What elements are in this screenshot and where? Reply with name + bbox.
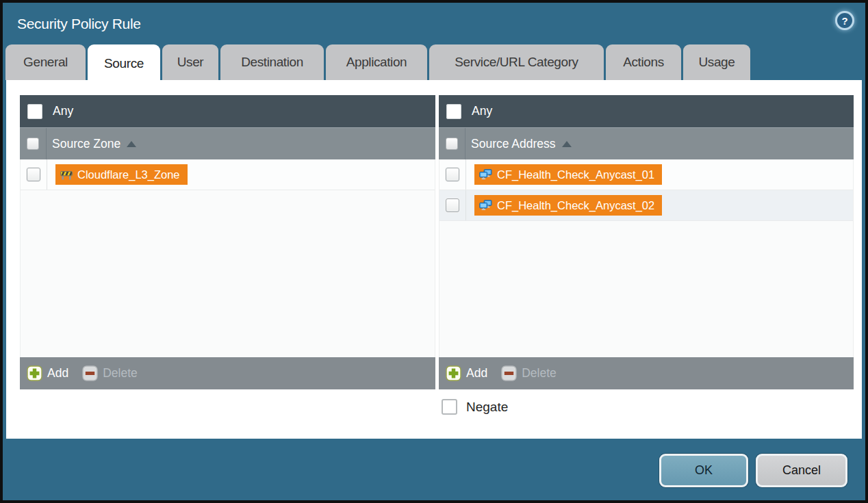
source-address-any-label: Any <box>472 104 492 118</box>
source-address-panel: Any Source Address <box>439 95 854 389</box>
address-hosts-icon <box>479 169 492 180</box>
dialog-title: Security Policy Rule <box>17 16 141 32</box>
source-address-entry-label: CF_Health_Check_Anycast_01 <box>497 168 654 181</box>
source-address-entry[interactable]: CF_Health_Check_Anycast_02 <box>474 195 662 216</box>
tab-actions[interactable]: Actions <box>606 44 681 80</box>
tab-user[interactable]: User <box>162 44 218 80</box>
minus-icon <box>82 365 98 381</box>
source-address-row-checkbox[interactable] <box>446 198 459 212</box>
title-bar: Security Policy Rule <box>3 3 865 44</box>
tab-strip: General Source User Destination Applicat… <box>5 44 750 80</box>
tab-usage[interactable]: Usage <box>683 44 750 80</box>
source-zone-any-checkbox[interactable] <box>27 104 42 119</box>
table-row: CF_Health_Check_Anycast_01 <box>439 159 853 190</box>
sort-ascending-icon <box>562 141 572 147</box>
negate-option: Negate <box>442 399 508 415</box>
ok-button[interactable]: OK <box>659 454 748 487</box>
address-hosts-icon <box>479 200 492 211</box>
table-row: Cloudflare_L3_Zone <box>21 159 435 190</box>
tab-destination[interactable]: Destination <box>220 44 324 80</box>
source-address-delete-button[interactable]: Delete <box>501 365 557 381</box>
cancel-button[interactable]: Cancel <box>756 454 847 487</box>
source-zone-any-label: Any <box>53 104 73 118</box>
add-button-label: Add <box>47 366 68 381</box>
source-address-any-checkbox[interactable] <box>446 104 461 119</box>
source-address-entry-label: CF_Health_Check_Anycast_02 <box>497 199 654 212</box>
source-zone-toolbar: Add Delete <box>20 357 435 389</box>
source-zone-select-all-checkbox[interactable] <box>27 138 39 150</box>
table-row: CF_Health_Check_Anycast_02 <box>439 190 853 221</box>
plus-icon <box>27 365 42 381</box>
source-zone-entry[interactable]: Cloudflare_L3_Zone <box>55 164 188 185</box>
add-button-label: Add <box>466 366 487 381</box>
source-address-select-all-checkbox[interactable] <box>446 138 458 150</box>
delete-button-label: Delete <box>103 366 138 381</box>
security-policy-rule-dialog: Security Policy Rule ? General Source Us… <box>3 3 865 500</box>
source-zone-header-label: Source Zone <box>52 137 120 151</box>
source-address-row-checkbox[interactable] <box>446 168 459 181</box>
tab-service-url-category[interactable]: Service/URL Category <box>429 44 604 80</box>
delete-button-label: Delete <box>522 366 557 381</box>
source-zone-row-checkbox[interactable] <box>27 168 40 181</box>
tab-application[interactable]: Application <box>326 44 427 80</box>
source-zone-add-button[interactable]: Add <box>27 365 68 381</box>
tab-general[interactable]: General <box>5 44 86 80</box>
source-zone-list: Cloudflare_L3_Zone <box>20 159 435 357</box>
minus-icon <box>501 365 517 381</box>
source-address-header-label: Source Address <box>471 137 556 151</box>
sort-ascending-icon <box>127 141 136 147</box>
source-address-toolbar: Add Delete <box>439 357 854 389</box>
negate-label: Negate <box>466 400 508 415</box>
negate-checkbox[interactable] <box>442 399 457 415</box>
source-tab-content: Any Source Zone <box>6 80 862 439</box>
source-address-list: CF_Health_Check_Anycast_01 <box>439 159 854 357</box>
zone-barricade-icon <box>60 170 73 180</box>
source-zone-panel: Any Source Zone <box>20 95 435 389</box>
source-address-any-bar: Any <box>439 95 854 127</box>
source-address-add-button[interactable]: Add <box>446 365 487 381</box>
source-address-entry[interactable]: CF_Health_Check_Anycast_01 <box>474 164 662 185</box>
source-zone-any-bar: Any <box>20 95 435 127</box>
tab-source[interactable]: Source <box>88 44 160 82</box>
help-icon[interactable]: ? <box>835 11 854 30</box>
source-zone-column-header[interactable]: Source Zone <box>20 127 435 159</box>
source-zone-delete-button[interactable]: Delete <box>82 365 138 381</box>
source-zone-entry-label: Cloudflare_L3_Zone <box>77 168 180 181</box>
plus-icon <box>446 365 461 381</box>
source-address-column-header[interactable]: Source Address <box>439 127 854 159</box>
